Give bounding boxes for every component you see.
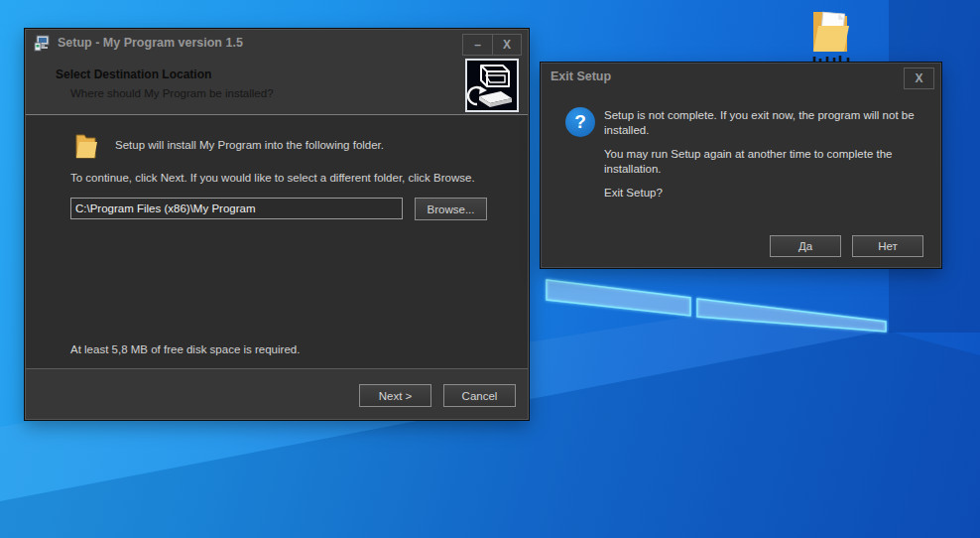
setup-titlebar[interactable]: Setup - My Program version 1.5 – X (26, 30, 528, 56)
question-icon: ? (565, 107, 595, 137)
caption-buttons: – X (462, 34, 522, 56)
exit-message-line2: You may run Setup again at another time … (604, 147, 946, 177)
exit-close-icon[interactable]: X (905, 68, 933, 88)
page-title: Select Destination Location (56, 67, 528, 81)
yes-button[interactable]: Да (770, 235, 841, 257)
minimize-icon[interactable]: – (463, 35, 492, 55)
setup-footer: Next > Cancel (26, 369, 528, 420)
destination-path-input[interactable] (70, 198, 403, 219)
exit-setup-dialog: Exit Setup X ? Setup is not complete. If… (541, 63, 941, 268)
browse-button[interactable]: Browse... (415, 198, 487, 220)
folder-icon (74, 132, 98, 161)
folder-front (813, 26, 849, 52)
cancel-button[interactable]: Cancel (443, 384, 516, 407)
installer-art-icon (465, 59, 519, 112)
directory-row: Browse... (70, 198, 517, 220)
setup-window-title: Setup - My Program version 1.5 (58, 36, 243, 50)
setup-page: Setup will install My Program into the f… (26, 115, 528, 368)
setup-window: Setup - My Program version 1.5 – X Selec… (25, 29, 529, 420)
exit-caption-buttons: X (904, 67, 934, 89)
close-icon[interactable]: X (492, 35, 521, 55)
exit-dialog-title: Exit Setup (551, 69, 611, 83)
disk-space-note: At least 5,8 MB of free disk space is re… (70, 343, 300, 355)
desktop-folder-icon[interactable] (801, 6, 861, 63)
no-button[interactable]: Нет (852, 235, 923, 257)
setup-header: Select Destination Location Where should… (26, 56, 528, 114)
next-button[interactable]: Next > (359, 384, 431, 407)
exit-dialog-buttons: Да Нет (770, 235, 923, 257)
logo-pane-left (547, 280, 690, 316)
exit-message: Setup is not complete. If you exit now, … (604, 108, 946, 209)
instruction-text: To continue, click Next. If you would li… (70, 172, 507, 184)
folder-label-clipped (814, 56, 848, 63)
exit-message-line1: Setup is not complete. If you exit now, … (604, 108, 946, 138)
setup-app-icon (34, 35, 51, 52)
exit-prompt: Exit Setup? (604, 186, 946, 201)
page-subtitle: Where should My Program be installed? (70, 87, 528, 99)
exit-dialog-body: ? Setup is not complete. If you exit now… (542, 89, 940, 223)
exit-dialog-titlebar[interactable]: Exit Setup X (542, 64, 940, 89)
intro-text: Setup will install My Program into the f… (115, 139, 492, 151)
